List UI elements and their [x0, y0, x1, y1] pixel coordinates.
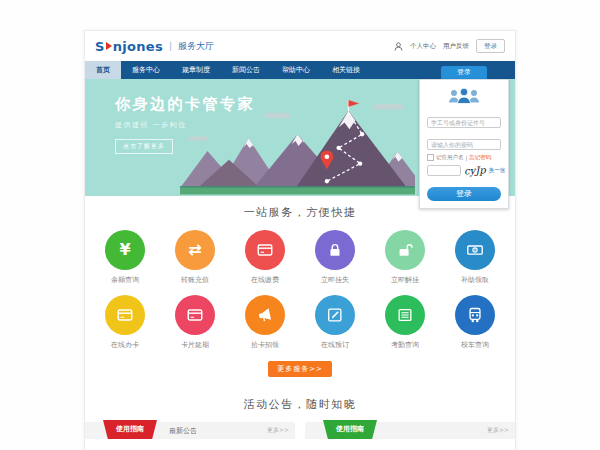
lock-icon	[315, 230, 355, 270]
login-submit-button[interactable]: 登录	[427, 187, 501, 201]
top-bar: S njones | 服务大厅 个人中心 用户反馈 登录	[85, 31, 515, 61]
banknote-icon	[455, 230, 495, 270]
site-name: 服务大厅	[178, 40, 214, 53]
bus-icon	[455, 295, 495, 335]
service-attendance[interactable]: 考勤查询	[370, 295, 440, 350]
service-lost-found[interactable]: 拾卡招领	[230, 295, 300, 350]
latest-announcements-tab[interactable]: 最新公告	[169, 426, 197, 436]
hero-text: 你身边的卡管专家 提供捷径 一步到位 点击了解更多	[115, 95, 255, 154]
service-subsidy[interactable]: 补助领取	[440, 230, 510, 285]
yen-icon: ¥	[105, 230, 145, 270]
guide-ribbon-green[interactable]: 使用指南	[323, 420, 377, 439]
nav-item-help[interactable]: 帮助中心	[271, 61, 321, 79]
login-panel-body: 记住用户名 | 忘记密码 cyJp 换一张 登录	[419, 79, 509, 209]
logo-suffix: njones	[113, 39, 163, 54]
service-unlock[interactable]: 立即解挂	[370, 230, 440, 285]
hero-title: 你身边的卡管专家	[115, 95, 255, 114]
services-grid: ¥ 余额查询 ⇄ 转账充值 在线缴费 立即挂失	[90, 230, 510, 350]
captcha-input[interactable]	[427, 165, 461, 176]
service-online-payment[interactable]: 在线缴费	[230, 230, 300, 285]
edit-icon	[315, 295, 355, 335]
page: S njones | 服务大厅 个人中心 用户反馈 登录 首页 服务中心 规章制…	[84, 30, 516, 450]
nav-item-service-center[interactable]: 服务中心	[121, 61, 171, 79]
megaphone-icon	[245, 295, 285, 335]
service-school-bus[interactable]: 校车查询	[440, 295, 510, 350]
hero-banner: 你身边的卡管专家 提供捷径 一步到位 点击了解更多	[85, 79, 515, 196]
more-link-left[interactable]: 更多>>	[267, 426, 289, 435]
card-icon	[105, 295, 145, 335]
service-report-loss[interactable]: 立即挂失	[300, 230, 370, 285]
announcements-section: 活动公告，随时知晓 使用指南 最新公告 更多>> 使用指南 更多>>	[85, 389, 515, 450]
service-transfer[interactable]: ⇄ 转账充值	[160, 230, 230, 285]
remember-checkbox[interactable]	[427, 154, 434, 161]
transfer-icon: ⇄	[175, 230, 215, 270]
service-online-booking[interactable]: 在线预订	[300, 295, 370, 350]
login-options-row: 记住用户名 | 忘记密码	[427, 154, 501, 161]
announcement-panel-right: 使用指南 更多>>	[305, 422, 515, 439]
feedback-link[interactable]: 用户反馈	[443, 42, 469, 51]
change-captcha-link[interactable]: 换一张	[489, 167, 506, 174]
top-right-menu: 个人中心 用户反馈 登录	[394, 39, 505, 53]
nav-item-home[interactable]: 首页	[85, 61, 121, 79]
service-balance[interactable]: ¥ 余额查询	[90, 230, 160, 285]
more-services-button[interactable]: 更多服务>>	[268, 361, 332, 377]
nav-item-rules[interactable]: 规章制度	[171, 61, 221, 79]
forgot-password-link[interactable]: 忘记密码	[469, 154, 491, 161]
service-apply-card[interactable]: 在线办卡	[90, 295, 160, 350]
list-icon	[385, 295, 425, 335]
logo-divider: |	[169, 41, 172, 51]
card-icon	[245, 230, 285, 270]
logo-arrow-icon	[106, 42, 112, 50]
account-input[interactable]	[427, 117, 501, 128]
login-tab[interactable]: 登录	[441, 66, 487, 79]
login-panel: 登录 记住用户名 | 忘记密码	[419, 66, 509, 209]
users-icon	[446, 86, 482, 106]
person-icon	[394, 42, 403, 51]
captcha-image[interactable]: cyJp	[464, 164, 486, 176]
nav-item-links[interactable]: 相关链接	[321, 61, 371, 79]
logo-prefix: S	[95, 39, 105, 54]
remember-label: 记住用户名	[436, 154, 464, 161]
captcha-row: cyJp 换一张	[427, 165, 501, 176]
synjones-logo[interactable]: S njones | 服务大厅	[95, 39, 214, 54]
nav-item-news[interactable]: 新闻公告	[221, 61, 271, 79]
hero-subtitle: 提供捷径 一步到位	[115, 120, 255, 130]
password-input[interactable]	[427, 139, 501, 150]
announcements-title: 活动公告，随时知晓	[85, 397, 515, 412]
header-login-button[interactable]: 登录	[476, 39, 505, 53]
user-center-link[interactable]: 个人中心	[410, 42, 436, 51]
hero-more-button[interactable]: 点击了解更多	[115, 139, 173, 154]
announcement-panels: 使用指南 最新公告 更多>> 使用指南 更多>>	[85, 422, 515, 439]
announcement-panel-left: 使用指南 最新公告 更多>>	[85, 422, 295, 439]
more-link-right[interactable]: 更多>>	[487, 426, 509, 435]
flag-icon	[348, 100, 359, 107]
card-icon	[175, 295, 215, 335]
unlock-icon	[385, 230, 425, 270]
options-separator: |	[466, 155, 468, 161]
services-section: 一站服务，方便快捷 ¥ 余额查询 ⇄ 转账充值 在线缴费 立即挂失	[85, 196, 515, 389]
guide-ribbon-red[interactable]: 使用指南	[103, 420, 157, 439]
service-card-renewal[interactable]: 卡片延期	[160, 295, 230, 350]
